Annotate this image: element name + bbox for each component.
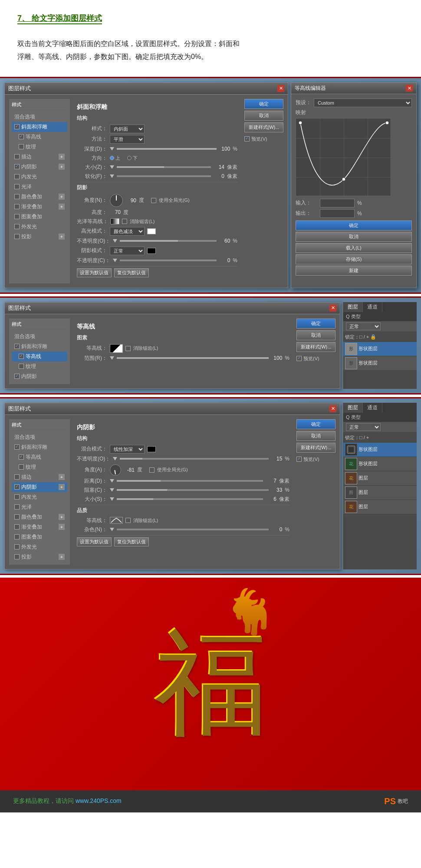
bevel-so-slider[interactable] [120, 260, 217, 261]
ls-inner-glow-check[interactable] [14, 174, 20, 179]
contour-cancel-btn[interactable]: 取消 [296, 232, 412, 242]
contour-input-field[interactable] [320, 199, 355, 207]
ls-contour-check[interactable] [19, 134, 24, 139]
is-quality-contour-preview[interactable] [110, 517, 123, 524]
ls-drop-shadow[interactable]: 投影 + [12, 232, 67, 242]
is-global-light-check[interactable] [149, 467, 155, 473]
ls-pattern-check[interactable] [14, 214, 20, 219]
dialog3-preview-check[interactable] [296, 457, 302, 462]
layer-item-2-3[interactable]: 花 图层 [343, 471, 417, 486]
d3-drop-shadow[interactable]: 投影 + [12, 552, 67, 562]
dialog2-new-style-btn[interactable]: 新建样式(W)... [296, 342, 335, 352]
ls-stroke-add[interactable]: + [59, 154, 65, 160]
ls-blend-options[interactable]: 混合选项 [12, 112, 67, 122]
layer-item-2-2[interactable]: 形 形状图层 [343, 356, 417, 371]
ls-satin[interactable]: 光泽 [12, 182, 67, 192]
d2-inner-shadow[interactable]: 内阴影 [12, 372, 67, 381]
is-angle-dial[interactable] [110, 464, 121, 476]
dialog1-close-button[interactable]: ✕ [277, 85, 284, 92]
bevel-style-select[interactable]: 内斜面 [110, 125, 145, 133]
ls-texture-check[interactable] [19, 144, 24, 149]
footer-url[interactable]: www.240PS.com [76, 797, 122, 804]
d3-pattern[interactable]: 图案叠加 [12, 532, 67, 542]
bevel-set-defaults-btn[interactable]: 设置为默认值 [77, 268, 112, 277]
d3-color-overlay[interactable]: 颜色叠加 + [12, 512, 67, 522]
is-set-defaults-btn[interactable]: 设置为默认值 [77, 537, 112, 546]
ls-color-overlay-check[interactable] [14, 194, 20, 199]
dialog3-cancel-btn[interactable]: 取消 [296, 431, 335, 441]
ls-bevel-check[interactable] [14, 124, 20, 129]
bevel-depth-slider[interactable] [117, 148, 217, 150]
contour-load-btn[interactable]: 载入(L) [296, 243, 412, 253]
dialog2-ok-btn[interactable]: 确定 [296, 319, 335, 329]
contour-preset-select[interactable]: Custom [314, 99, 412, 107]
bevel-restore-defaults-btn[interactable]: 复位为默认值 [114, 268, 149, 277]
bevel-soften-slider[interactable] [117, 175, 211, 177]
layer-item-1-2[interactable]: 形 形状图层 [343, 342, 417, 356]
bevel-shadow-mode-select[interactable]: 正常 [110, 247, 145, 255]
d3-gradient-add[interactable]: + [59, 524, 65, 530]
layer-item-4-3[interactable]: 花 图层 [343, 500, 417, 514]
ls-texture[interactable]: 纹理 [12, 142, 67, 152]
bevel-size-slider[interactable] [117, 166, 211, 168]
d2-antialiased-check[interactable] [125, 346, 131, 351]
d2-bevel[interactable]: 斜面和浮雕 [12, 342, 67, 352]
ls-inner-shadow-check[interactable] [14, 164, 20, 169]
ls-gradient-overlay-check[interactable] [14, 204, 20, 209]
is-restore-defaults-btn[interactable]: 复位为默认值 [114, 537, 149, 546]
bevel-highlight-color[interactable] [147, 228, 156, 234]
d3-drop-add[interactable]: + [59, 554, 65, 560]
ls-inner-glow[interactable]: 内发光 [12, 172, 67, 182]
bevel-highlight-select[interactable]: 颜色减淡 [110, 227, 145, 236]
bevel-ho-slider[interactable] [120, 240, 217, 242]
dialog1-preview-check[interactable] [244, 136, 250, 141]
dialog3-close-btn[interactable]: ✕ [329, 405, 336, 412]
layers-tab-channels-3[interactable]: 通道 [363, 403, 382, 413]
is-noise-slider[interactable] [117, 529, 269, 530]
dialog1-new-style-btn[interactable]: 新建样式(W)... [244, 122, 283, 132]
is-antialiased-check[interactable] [125, 518, 131, 523]
d3-gradient-overlay[interactable]: 渐变叠加 + [12, 522, 67, 532]
layer-item-sel-3[interactable]: 形状图层 [343, 443, 417, 457]
is-size-slider[interactable] [117, 498, 263, 500]
layer-item-1-3[interactable]: 花 形状图层 [343, 457, 417, 471]
contour-ok-btn[interactable]: 确定 [296, 220, 412, 230]
is-opacity-slider[interactable] [120, 458, 269, 460]
blend-select-2[interactable]: 正常 [346, 322, 381, 330]
d2-contour[interactable]: 等高线 [12, 352, 67, 362]
d3-satin[interactable]: 光泽 [12, 502, 67, 512]
ls-outer-glow-check[interactable] [14, 224, 20, 229]
contour-close-btn[interactable]: ✕ [406, 85, 413, 92]
d3-texture[interactable]: 纹理 [12, 462, 67, 472]
ls-color-add[interactable]: + [59, 194, 65, 200]
dialog2-close-btn[interactable]: ✕ [329, 305, 336, 312]
d3-color-add[interactable]: + [59, 514, 65, 520]
d2-texture-check[interactable] [19, 364, 24, 369]
d2-range-slider[interactable] [117, 357, 269, 359]
ls-pattern-overlay[interactable]: 图案叠加 [12, 212, 67, 222]
is-blend-select[interactable]: 线性加深 [110, 445, 145, 454]
ls-shadow-add[interactable]: + [59, 233, 65, 240]
d2-bevel-check[interactable] [14, 344, 20, 349]
contour-output-field[interactable] [320, 209, 355, 218]
ls-stroke[interactable]: 描边 + [12, 152, 67, 162]
layers-tab-layers-2[interactable]: 图层 [343, 302, 363, 312]
d3-outer-glow[interactable]: 外发光 [12, 542, 67, 552]
d2-contour-preview[interactable] [110, 344, 123, 353]
ls-gradient-add[interactable]: + [59, 204, 65, 210]
layers-tab-channels-2[interactable]: 通道 [363, 302, 382, 312]
bevel-method-select[interactable]: 平滑 [110, 135, 145, 144]
bevel-global-light-check[interactable] [151, 198, 156, 203]
d3-bevel[interactable]: 斜面和浮雕 [12, 442, 67, 452]
dialog2-preview-check[interactable] [296, 356, 302, 361]
d3-inner-shadow[interactable]: 内阴影 + [12, 482, 67, 492]
d3-contour[interactable]: 等高线 [12, 452, 67, 462]
is-choke-slider[interactable] [117, 489, 269, 491]
bevel-gloss-antialiased-check[interactable] [122, 219, 127, 224]
d3-blend-opts[interactable]: 混合选项 [12, 432, 67, 442]
bevel-up-radio[interactable] [110, 156, 114, 160]
d3-stroke[interactable]: 描边 + [12, 472, 67, 482]
ls-contour[interactable]: 等高线 [12, 132, 67, 142]
ls-satin-check[interactable] [14, 184, 20, 189]
d2-texture[interactable]: 纹理 [12, 362, 67, 372]
